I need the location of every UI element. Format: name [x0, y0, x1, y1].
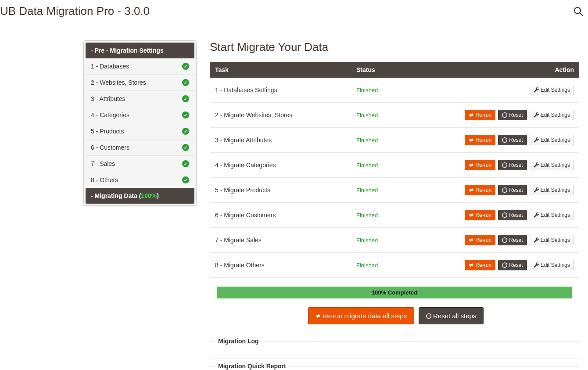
sidebar-item-label: 7 - Sales	[91, 160, 115, 167]
svg-point-0	[574, 7, 581, 14]
task-name: 3 - Migrate Attributes	[210, 128, 351, 153]
table-row: 7 - Migrate SalesFinishedRe-runResetEdit…	[210, 228, 579, 253]
reset-button[interactable]: Reset	[498, 110, 527, 120]
task-name: 2 - Migrate Websites, Stores	[210, 103, 351, 128]
rerun-button[interactable]: Re-run	[465, 110, 496, 120]
task-name: 7 - Migrate Sales	[210, 228, 351, 253]
svg-line-1	[580, 13, 583, 16]
rerun-label: Re-run	[476, 112, 492, 118]
main-heading: Start Migrate Your Data	[210, 40, 579, 54]
status-label: Finished	[356, 87, 378, 93]
sidebar-footer: - Migrating Data (100%)	[86, 188, 194, 204]
wrench-icon	[534, 212, 539, 218]
reset-button[interactable]: Reset	[498, 210, 527, 220]
reset-button[interactable]: Reset	[498, 260, 527, 270]
check-circle-icon	[182, 176, 189, 183]
sidebar-item-label: 1 - Databases	[91, 63, 129, 70]
edit-settings-button[interactable]: Edit Settings	[530, 135, 574, 145]
rerun-label: Re-run	[476, 187, 492, 193]
task-status: Finished	[351, 253, 448, 278]
reset-button[interactable]: Reset	[498, 235, 527, 245]
col-task: Task	[210, 62, 351, 78]
rerun-label: Re-run	[476, 262, 492, 268]
task-actions: Re-runResetEdit Settings	[448, 203, 579, 228]
sidebar-item[interactable]: 7 - Sales	[86, 156, 194, 172]
task-actions: Re-runResetEdit Settings	[448, 178, 579, 203]
edit-settings-button[interactable]: Edit Settings	[530, 210, 574, 220]
sidebar-item[interactable]: 3 - Attributes	[86, 91, 194, 107]
table-row: 3 - Migrate AttributesFinishedRe-runRese…	[210, 128, 579, 153]
reset-button[interactable]: Reset	[498, 185, 527, 195]
edit-settings-button[interactable]: Edit Settings	[530, 235, 574, 245]
edit-settings-button[interactable]: Edit Settings	[530, 185, 574, 195]
refresh-icon	[502, 162, 507, 168]
sidebar-item-label: 6 - Customers	[91, 144, 129, 151]
sidebar-item-label: 4 - Categories	[91, 111, 129, 119]
rerun-all-button[interactable]: Re-run migrate data all steps	[308, 307, 415, 324]
rerun-button[interactable]: Re-run	[465, 235, 496, 245]
rerun-button[interactable]: Re-run	[465, 210, 496, 220]
transfer-icon	[469, 162, 474, 168]
wrench-icon	[534, 137, 539, 143]
edit-settings-button[interactable]: Edit Settings	[530, 260, 574, 270]
sidebar-item[interactable]: 1 - Databases	[86, 58, 194, 75]
sidebar-item[interactable]: 2 - Websites, Stores	[86, 75, 194, 91]
rerun-all-label: Re-run migrate data all steps	[323, 312, 407, 320]
rerun-label: Re-run	[476, 137, 492, 143]
edit-settings-button[interactable]: Edit Settings	[530, 160, 574, 170]
sidebar-item[interactable]: 5 - Products	[86, 123, 194, 140]
task-status: Finished	[351, 228, 448, 253]
edit-label: Edit Settings	[541, 212, 570, 218]
reset-label: Reset	[509, 212, 523, 218]
reset-button[interactable]: Reset	[498, 160, 527, 170]
table-row: 8 - Migrate OthersFinishedRe-runResetEdi…	[210, 253, 579, 278]
rerun-button[interactable]: Re-run	[465, 135, 496, 145]
sidebar-item[interactable]: 6 - Customers	[86, 140, 194, 156]
sidebar-footer-prefix: - Migrating Data (	[91, 192, 141, 199]
task-status: Finished	[351, 128, 448, 153]
task-actions: Re-runResetEdit Settings	[448, 103, 579, 128]
task-status: Finished	[351, 203, 448, 228]
task-actions: Re-runResetEdit Settings	[448, 228, 579, 253]
task-actions: Edit Settings	[448, 78, 579, 103]
edit-label: Edit Settings	[541, 262, 570, 268]
rerun-button[interactable]: Re-run	[465, 160, 496, 170]
edit-label: Edit Settings	[541, 187, 570, 193]
task-status: Finished	[351, 103, 448, 128]
rerun-label: Re-run	[476, 237, 492, 243]
reset-label: Reset	[509, 162, 523, 168]
reset-button[interactable]: Reset	[498, 135, 527, 145]
reset-all-button[interactable]: Reset all steps	[419, 307, 484, 324]
status-label: Finished	[356, 112, 378, 119]
sidebar-item-label: 8 - Others	[91, 176, 118, 183]
transfer-icon	[469, 112, 474, 118]
edit-label: Edit Settings	[541, 112, 570, 118]
table-row: 4 - Migrate CategoriesFinishedRe-runRese…	[210, 153, 579, 178]
refresh-icon	[502, 237, 507, 243]
transfer-icon	[469, 212, 474, 218]
sidebar-item-label: 5 - Products	[91, 128, 124, 135]
check-circle-icon	[182, 128, 189, 135]
rerun-button[interactable]: Re-run	[465, 185, 496, 195]
rerun-button[interactable]: Re-run	[465, 260, 496, 270]
refresh-icon	[426, 313, 431, 319]
sidebar-item[interactable]: 8 - Others	[86, 172, 194, 188]
edit-label: Edit Settings	[541, 87, 570, 93]
reset-label: Reset	[509, 137, 523, 143]
check-circle-icon	[182, 144, 189, 151]
refresh-icon	[502, 212, 507, 218]
transfer-icon	[469, 187, 474, 193]
edit-settings-button[interactable]: Edit Settings	[530, 85, 574, 95]
migration-report-fieldset: Migration Quick Report	[210, 363, 579, 370]
edit-settings-button[interactable]: Edit Settings	[530, 110, 574, 120]
task-rows: 1 - Databases SettingsFinishedEdit Setti…	[210, 78, 579, 278]
migration-log-title[interactable]: Migration Log	[216, 338, 261, 345]
search-icon[interactable]	[573, 6, 584, 17]
sidebar-item[interactable]: 4 - Categories	[86, 107, 194, 123]
sidebar-box: - Pre - Migration Settings 1 - Databases…	[83, 40, 197, 206]
task-name: 8 - Migrate Others	[210, 253, 351, 278]
rerun-label: Re-run	[476, 212, 492, 218]
wrench-icon	[534, 237, 539, 243]
task-name: 6 - Migrate Customers	[210, 203, 351, 228]
edit-label: Edit Settings	[541, 162, 570, 168]
